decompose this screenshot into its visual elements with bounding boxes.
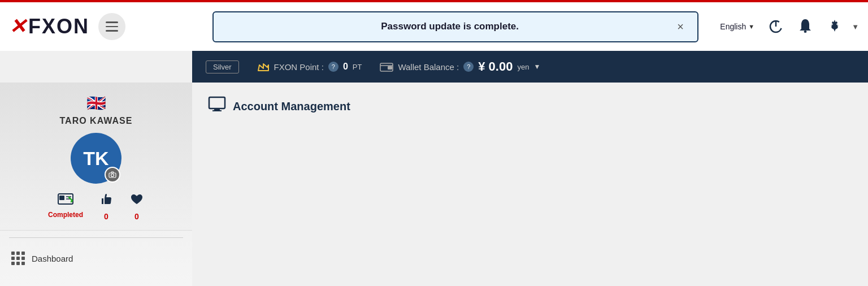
- svg-rect-11: [59, 196, 64, 200]
- monitor-icon: [208, 96, 226, 117]
- top-bar: ✕ FXON Password update is complete. × En…: [0, 0, 868, 51]
- page-title: Account Management: [233, 100, 350, 113]
- rank-badge: Silver: [206, 60, 239, 73]
- likes-value: 0: [104, 212, 108, 221]
- hamburger-line-2: [106, 26, 118, 28]
- sub-bar: Silver FXON Point : ? 0 PT Wallet Balanc…: [192, 51, 868, 83]
- wallet-chevron-icon[interactable]: ▼: [533, 63, 540, 71]
- notification-text: Password update is complete.: [225, 21, 675, 32]
- user-stats: Completed 0: [9, 193, 183, 221]
- stat-completed: Completed: [48, 193, 83, 221]
- user-name: TARO KAWASE: [9, 116, 183, 126]
- notification-close-button[interactable]: ×: [675, 20, 686, 33]
- gear-icon: [827, 19, 843, 34]
- fxon-point-unit: PT: [353, 63, 362, 71]
- favorite-icon: [129, 193, 144, 206]
- page-title-row: Account Management: [208, 96, 852, 117]
- completed-icon: [58, 193, 73, 209]
- avatar-container: TK: [71, 133, 121, 184]
- dashboard-grid-icon: [11, 252, 25, 265]
- wallet-unit: yen: [517, 63, 529, 71]
- wallet-value: ¥ 0.00: [478, 59, 513, 74]
- sidebar-divider: [9, 237, 183, 238]
- heart-icon: [129, 193, 144, 210]
- content-area: Account Management: [192, 83, 868, 286]
- id-card-icon: [58, 193, 73, 205]
- wallet-help-icon[interactable]: ?: [463, 62, 474, 72]
- favorites-value: 0: [134, 212, 139, 221]
- wallet-balance-item: Wallet Balance : ? ¥ 0.00 yen ▼: [380, 59, 540, 74]
- fxon-point-help-icon[interactable]: ?: [328, 62, 338, 72]
- logo-area: ✕ FXON: [9, 13, 201, 40]
- crown-icon: [257, 62, 270, 72]
- wallet-icon: [380, 62, 393, 72]
- settings-button[interactable]: [822, 14, 847, 39]
- svg-rect-7: [388, 66, 392, 70]
- header-right-icons: English ▼ ▼: [715, 14, 859, 39]
- flag-icon: 🇬🇧: [9, 94, 183, 112]
- camera-icon: [108, 171, 116, 178]
- logo-fxon-text: FXON: [28, 15, 89, 38]
- hamburger-button[interactable]: [98, 13, 125, 40]
- avatar-camera-button[interactable]: [105, 167, 120, 183]
- wallet-label: Wallet Balance :: [398, 62, 459, 72]
- user-section: 🇬🇧 TARO KAWASE TK: [0, 83, 192, 231]
- fxon-point-label: FXON Point :: [274, 62, 324, 72]
- stat-likes: 0: [99, 193, 114, 221]
- fxon-point-value: 0: [343, 62, 348, 72]
- sidebar: 🇬🇧 TARO KAWASE TK: [0, 83, 192, 286]
- sidebar-item-dashboard[interactable]: Dashboard: [0, 245, 192, 272]
- account-management-icon: [208, 96, 226, 113]
- thumbs-up-icon: [99, 193, 114, 210]
- hamburger-line-3: [106, 30, 118, 32]
- fxon-point-item: FXON Point : ? 0 PT: [257, 62, 362, 72]
- notifications-button[interactable]: [793, 14, 818, 39]
- stat-favorites: 0: [129, 193, 144, 221]
- logo-x-icon: ✕: [9, 15, 26, 38]
- like-icon: [99, 193, 114, 206]
- settings-chevron[interactable]: ▼: [852, 23, 859, 31]
- power-icon: [768, 19, 784, 34]
- svg-point-2: [804, 31, 807, 33]
- dashboard-label: Dashboard: [32, 254, 73, 263]
- language-chevron-icon: ▼: [748, 23, 754, 30]
- completed-label: Completed: [48, 211, 83, 219]
- language-selector[interactable]: English ▼: [715, 20, 759, 33]
- main-layout: 🇬🇧 TARO KAWASE TK: [0, 83, 868, 286]
- svg-point-9: [111, 174, 114, 177]
- logo: ✕ FXON: [9, 15, 89, 38]
- power-button[interactable]: [763, 14, 788, 39]
- svg-rect-14: [209, 97, 225, 109]
- notification-banner: Password update is complete. ×: [212, 11, 698, 42]
- language-label: English: [720, 22, 746, 31]
- bell-icon: [797, 18, 813, 35]
- svg-marker-5: [258, 64, 268, 71]
- hamburger-line-1: [106, 21, 118, 23]
